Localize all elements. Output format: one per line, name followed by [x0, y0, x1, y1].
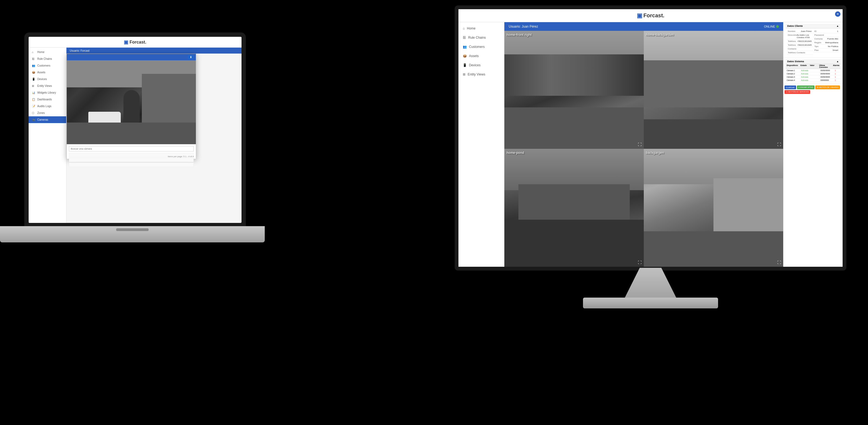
desktop-sidebar-assets-label: Assets [469, 54, 479, 58]
right-panel: ✕ Datos Cliente ▲ Nombre [783, 22, 843, 267]
cam-expand-backgargen[interactable]: ⛶ [777, 260, 781, 264]
client-tel-contacto-row: Teléfono Contacto [787, 51, 813, 55]
row3-status: Activada [801, 79, 810, 81]
col-estado: Estado [801, 64, 809, 68]
cam-label-backgarden: home-backgarden [646, 33, 674, 37]
road [504, 107, 644, 149]
camera-controls [67, 144, 196, 153]
client-plan-val: Smart [833, 49, 838, 51]
cam-expand-backgarden[interactable]: ⛶ [777, 142, 781, 147]
ground-garden [644, 119, 783, 149]
client-tel1-key: Teléfono [788, 40, 796, 42]
desktop-sidebar-home[interactable]: ⌂ Home [459, 24, 504, 33]
cam-expand-front-right[interactable]: ⛶ [638, 142, 642, 147]
client-region-key: Región [814, 41, 821, 44]
desktop-sidebar-entity-views[interactable]: ⊞ Entity Views [459, 70, 504, 79]
row0-device: Cámara 1 [787, 69, 801, 72]
row0-conn: 00/00/0000 [820, 69, 834, 72]
action-buttons-row: GUARDAR ✏ ENVIAR OFTAS ⚙ GESTIÓN DE CÁMA… [783, 84, 843, 95]
list-item[interactable] [69, 158, 194, 162]
sidebar-item-audit-logs[interactable]: 📝 Audits Logs [29, 103, 66, 110]
laptop-screen: ▣ Forcast. ⌂ Home ⛓ Rule Chains [29, 37, 242, 223]
sidebar-item-customers[interactable]: 👥 Customers [29, 62, 66, 69]
client-dir-row: Dirección Av.Isidro Los Cóndos #709 [787, 33, 813, 39]
desktop-rule-icon: ⛓ [463, 36, 466, 39]
sidebar-label-cameras: Cameras [37, 118, 49, 121]
sidebar-item-widgets[interactable]: 📊 Widgets Library [29, 89, 66, 96]
desktop-username: Usuario: Juan Pérez [509, 25, 538, 28]
camera-list [67, 153, 196, 167]
desktop-device: ▣ Forcast. ⌂ Home ⛓ Rule Chains [441, 0, 860, 392]
client-id-val: 1 [837, 30, 838, 32]
system-row-0: Cámara 1 Activada 00/00/0000 1 [785, 69, 840, 72]
sidebar-item-dashboards[interactable]: 📋 Dashboards [29, 96, 66, 103]
sidebar-item-devices[interactable]: 📱 Devices [29, 76, 66, 83]
client-nombre-val: Juan Pérez [801, 30, 811, 32]
camera-modal-header: ⬇ [67, 54, 196, 60]
desktop-sidebar-rule-chains[interactable]: ⛓ Rule Chains [459, 33, 504, 42]
col-dispositivos: Dispositivos [787, 64, 800, 68]
monitor-outer: ▣ Forcast. ⌂ Home ⛓ Rule Chains [455, 5, 846, 271]
widgets-icon: 📊 [32, 91, 36, 94]
sidebar-label-audit-logs: Audits Logs [37, 105, 51, 108]
desktop-sidebar-customers[interactable]: 👥 Customers [459, 42, 504, 51]
row2-value [811, 76, 820, 78]
desktop-sidebar-customers-label: Customers [469, 45, 485, 49]
client-section-collapse-icon[interactable]: ▲ [836, 25, 839, 27]
client-left-fields: Nombre Juan Pérez Dirección Av.Isidro Lo… [787, 29, 813, 55]
sidebar-label-rule-chains: Rule Chains [37, 57, 52, 60]
desktop-logo-icon: ▣ [637, 12, 643, 19]
guardar-btn[interactable]: GUARDAR [784, 85, 796, 89]
desktop-sidebar-assets[interactable]: 📦 Assets [459, 51, 504, 61]
desktop-entity-icon: ⊞ [463, 73, 465, 76]
customers-icon: 👥 [32, 64, 36, 67]
sidebar-item-rule-chains[interactable]: ⛓ Rule Chains [29, 55, 66, 62]
camera-modal: ⬇ [66, 54, 196, 159]
row1-alarm: 1 [835, 73, 839, 75]
system-section-collapse-icon[interactable]: ▲ [836, 60, 839, 63]
laptop-user-bar: Usuario: Forcast [66, 48, 242, 54]
client-tipo-key: Tipo [814, 45, 818, 48]
row3-alarm: 1 [835, 79, 839, 81]
camera-download-btn[interactable]: ⬇ [188, 55, 194, 59]
col-alarma: Alarma [833, 64, 839, 68]
middle-ground [519, 184, 630, 220]
camera-pagination: Items per page: 5 1 - 4 of 4 [168, 155, 194, 158]
camera-cell-pond: home-pond ⛶ [504, 149, 644, 267]
desktop-sidebar-devices[interactable]: 📱 Devices [459, 61, 504, 70]
camera-search-input[interactable] [69, 146, 194, 151]
camera-building [142, 74, 196, 122]
client-region-val: Metropolitana [825, 41, 838, 44]
client-section-title: Datos Cliente [787, 25, 803, 27]
client-data-section: Datos Cliente ▲ Nombre Juan Pérez [783, 22, 843, 58]
list-item[interactable] [69, 163, 194, 167]
sidebar-item-home[interactable]: ⌂ Home [29, 49, 66, 55]
sidebar-item-cameras[interactable]: 📹 Cameras [29, 116, 66, 123]
audit-logs-icon: 📝 [32, 105, 36, 108]
client-id-key: ID [814, 30, 817, 32]
sidebar-item-zones[interactable]: ⬡ Zones [29, 110, 66, 116]
laptop-username: Usuario: Forcast [70, 49, 89, 52]
row2-status: Activada [801, 76, 810, 78]
home-icon: ⌂ [32, 51, 36, 54]
system-row-1: Cámara 2 Activada 00/00/0000 1 [785, 72, 840, 76]
gestion-camaras-btn[interactable]: ⚙ GESTIÓN DE CÁMARAS [815, 85, 840, 89]
sidebar-item-entity-views[interactable]: ⊞ Entity Views [29, 83, 66, 89]
system-section-title: Datos Sistema [787, 60, 804, 63]
desktop-logo: ▣ Forcast. [637, 12, 664, 19]
gestion-servicios-btn[interactable]: ⚠ GESTIÓN DE SERVICIOS [784, 90, 810, 94]
sidebar-item-assets[interactable]: 📦 Assets [29, 69, 66, 76]
zones-icon: ⬡ [32, 111, 36, 114]
desktop-header: ▣ Forcast. [459, 9, 843, 22]
cam-expand-pond[interactable]: ⛶ [638, 260, 642, 264]
cam-label-pond: home-pond [506, 151, 524, 155]
cam-pond-bg [504, 149, 644, 267]
row2-conn: 00/00/0000 [820, 76, 834, 78]
sidebar-label-home: Home [37, 51, 44, 54]
desktop-sidebar-rule-label: Rule Chains [468, 36, 486, 39]
enviar-oftas-btn[interactable]: ✏ ENVIAR OFTAS [797, 85, 814, 89]
row1-status: Activada [801, 73, 810, 75]
row2-device: Cámara 3 [787, 76, 801, 78]
sidebar-label-customers: Customers [37, 64, 50, 67]
system-row-3: Cámara 4 Activada 00000000 1 [785, 79, 840, 82]
